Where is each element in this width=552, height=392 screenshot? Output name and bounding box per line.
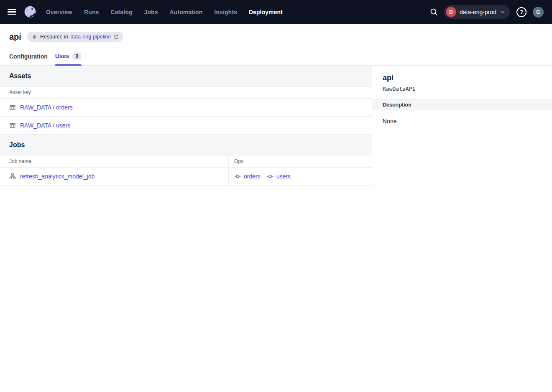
page-title: api (9, 32, 21, 42)
ops-column-header: Ops (229, 155, 372, 167)
assets-column-header-row: Asset key (0, 87, 372, 99)
op-icon (234, 173, 241, 180)
ops-cell: orders users (229, 168, 372, 185)
nav-jobs[interactable]: Jobs (144, 9, 158, 15)
op-name-label: orders (244, 173, 261, 180)
pipeline-link[interactable]: data-eng-pipeline (71, 34, 111, 40)
assets-section-title: Assets (9, 72, 31, 80)
op-link-users[interactable]: users (267, 173, 291, 180)
tab-uses[interactable]: Uses 3 (55, 52, 81, 65)
jobs-section-header: Jobs (0, 135, 372, 155)
job-name-cell: refresh_analytics_model_job (0, 168, 229, 185)
resource-type-name: RawDataAPI (383, 86, 542, 92)
chevron-down-icon (500, 9, 506, 15)
deployment-switcher[interactable]: D data-eng-prod (444, 5, 510, 19)
job-name-column-header: Job name (0, 155, 229, 167)
user-avatar[interactable]: G (533, 7, 544, 18)
job-name-label: refresh_analytics_model_job (20, 173, 95, 180)
resource-tag: Resource in data-eng-pipeline (27, 32, 123, 42)
dagster-logo-icon[interactable] (23, 5, 37, 19)
help-icon: ? (520, 9, 523, 15)
op-name-label: users (276, 173, 291, 180)
menu-button[interactable] (8, 9, 17, 15)
job-icon (9, 173, 16, 180)
help-button[interactable]: ? (516, 7, 526, 17)
nav-insights[interactable]: Insights (214, 9, 237, 15)
table-row: RAW_DATA / orders (0, 99, 372, 117)
table-icon (9, 122, 16, 129)
top-nav: Overview Runs Catalog Jobs Automation In… (0, 0, 552, 24)
description-section-header: Description (372, 99, 552, 110)
panel-header: api RawDataAPI (372, 66, 552, 99)
jobs-column-header-row: Job name Ops (0, 155, 372, 168)
uses-count-badge: 3 (72, 52, 81, 60)
page-header: api Resource in data-eng-pipeline Config… (0, 24, 552, 66)
op-icon (267, 173, 273, 180)
asset-key-column-header: Asset key (0, 89, 31, 95)
op-link-orders[interactable]: orders (234, 173, 261, 180)
asset-link-orders[interactable]: RAW_DATA / orders (0, 104, 73, 111)
primary-nav: Overview Runs Catalog Jobs Automation In… (46, 9, 283, 15)
resource-tag-prefix: Resource in (40, 34, 68, 40)
deployment-badge: D (446, 7, 456, 17)
asset-key-label: RAW_DATA / orders (20, 104, 73, 111)
asset-link-users[interactable]: RAW_DATA / users (0, 122, 70, 129)
resource-icon (31, 34, 38, 40)
reload-icon[interactable] (113, 34, 119, 40)
job-link[interactable]: refresh_analytics_model_job (0, 173, 95, 180)
uses-table: Assets Asset key RAW_DATA / orders (0, 66, 372, 392)
search-button[interactable] (427, 6, 440, 18)
nav-overview[interactable]: Overview (46, 9, 72, 15)
tabs: Configuration Uses 3 (9, 52, 542, 65)
asset-key-label: RAW_DATA / users (20, 122, 70, 129)
description-value: None (372, 110, 552, 132)
tab-configuration-label: Configuration (9, 53, 48, 60)
content: Assets Asset key RAW_DATA / orders (0, 66, 552, 392)
jobs-section-title: Jobs (9, 141, 25, 149)
panel-title: api (383, 74, 542, 82)
table-icon (9, 104, 16, 111)
assets-section-header: Assets (0, 66, 372, 87)
search-icon (429, 8, 438, 16)
nav-runs[interactable]: Runs (84, 9, 99, 15)
nav-catalog[interactable]: Catalog (110, 9, 132, 15)
table-row: refresh_analytics_model_job orders (0, 168, 372, 186)
detail-panel: api RawDataAPI Description None (372, 66, 552, 392)
tab-uses-label: Uses (55, 53, 69, 59)
table-row: RAW_DATA / users (0, 117, 372, 135)
tab-configuration[interactable]: Configuration (9, 53, 48, 65)
deployment-name: data-eng-prod (460, 9, 496, 15)
nav-deployment[interactable]: Deployment (249, 9, 283, 15)
nav-automation[interactable]: Automation (170, 9, 203, 15)
